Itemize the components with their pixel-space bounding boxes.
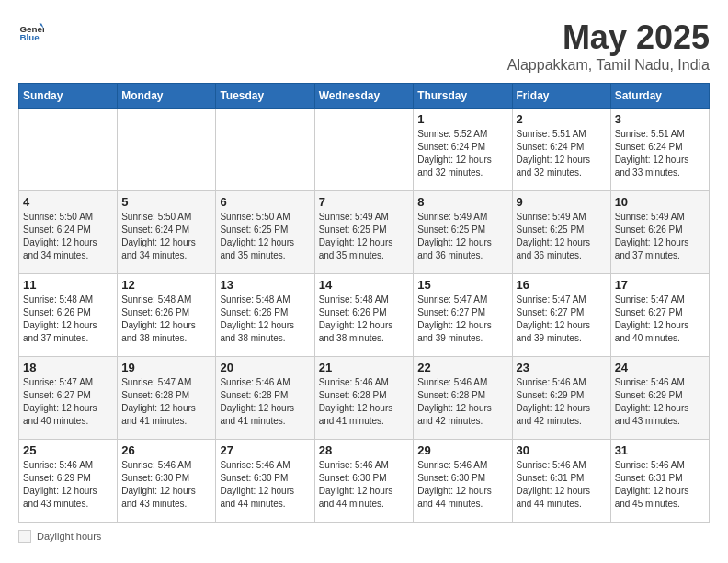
calendar-cell — [19, 109, 118, 191]
day-number: 15 — [417, 278, 507, 292]
week-row-4: 18Sunrise: 5:47 AM Sunset: 6:27 PM Dayli… — [19, 357, 710, 440]
day-number: 24 — [615, 361, 705, 374]
day-number: 21 — [319, 361, 410, 374]
day-info: Sunrise: 5:50 AM Sunset: 6:25 PM Dayligh… — [220, 211, 310, 262]
day-info: Sunrise: 5:52 AM Sunset: 6:24 PM Dayligh… — [417, 128, 507, 179]
calendar-cell: 11Sunrise: 5:48 AM Sunset: 6:26 PM Dayli… — [19, 274, 118, 357]
day-info: Sunrise: 5:50 AM Sunset: 6:24 PM Dayligh… — [23, 211, 113, 262]
day-number: 9 — [517, 195, 607, 209]
day-info: Sunrise: 5:46 AM Sunset: 6:31 PM Dayligh… — [517, 459, 607, 511]
calendar-cell: 20Sunrise: 5:46 AM Sunset: 6:28 PM Dayli… — [216, 357, 314, 440]
day-info: Sunrise: 5:47 AM Sunset: 6:27 PM Dayligh… — [615, 293, 705, 345]
day-info: Sunrise: 5:48 AM Sunset: 6:26 PM Dayligh… — [23, 293, 113, 345]
footer-note: Daylight hours — [18, 530, 710, 543]
weekday-saturday: Saturday — [610, 84, 709, 109]
week-row-2: 4Sunrise: 5:50 AM Sunset: 6:24 PM Daylig… — [19, 191, 710, 274]
calendar-cell: 31Sunrise: 5:46 AM Sunset: 6:31 PM Dayli… — [610, 440, 709, 523]
day-number: 2 — [517, 112, 607, 126]
weekday-friday: Friday — [512, 84, 610, 109]
day-info: Sunrise: 5:48 AM Sunset: 6:26 PM Dayligh… — [319, 293, 410, 345]
calendar-cell: 4Sunrise: 5:50 AM Sunset: 6:24 PM Daylig… — [19, 191, 118, 274]
location-title: Alappakkam, Tamil Nadu, India — [507, 57, 710, 74]
day-number: 20 — [220, 361, 310, 374]
calendar-cell — [118, 109, 216, 191]
calendar-cell: 9Sunrise: 5:49 AM Sunset: 6:25 PM Daylig… — [512, 191, 610, 274]
day-number: 23 — [517, 361, 607, 374]
calendar-cell: 7Sunrise: 5:49 AM Sunset: 6:25 PM Daylig… — [314, 191, 414, 274]
day-number: 13 — [220, 278, 310, 292]
calendar-cell: 3Sunrise: 5:51 AM Sunset: 6:24 PM Daylig… — [610, 109, 709, 191]
weekday-tuesday: Tuesday — [216, 84, 314, 109]
calendar-cell: 16Sunrise: 5:47 AM Sunset: 6:27 PM Dayli… — [512, 274, 610, 357]
weekday-wednesday: Wednesday — [314, 84, 414, 109]
logo-icon: General Blue — [18, 18, 44, 44]
calendar-cell: 30Sunrise: 5:46 AM Sunset: 6:31 PM Dayli… — [512, 440, 610, 523]
weekday-header-row: SundayMondayTuesdayWednesdayThursdayFrid… — [19, 84, 710, 109]
day-info: Sunrise: 5:46 AM Sunset: 6:30 PM Dayligh… — [220, 459, 310, 511]
day-info: Sunrise: 5:48 AM Sunset: 6:26 PM Dayligh… — [121, 293, 211, 345]
calendar-cell: 21Sunrise: 5:46 AM Sunset: 6:28 PM Dayli… — [314, 357, 414, 440]
day-info: Sunrise: 5:46 AM Sunset: 6:29 PM Dayligh… — [615, 376, 705, 428]
calendar-cell: 24Sunrise: 5:46 AM Sunset: 6:29 PM Dayli… — [610, 357, 709, 440]
calendar-cell: 6Sunrise: 5:50 AM Sunset: 6:25 PM Daylig… — [216, 191, 314, 274]
day-number: 18 — [23, 361, 113, 374]
day-number: 8 — [417, 195, 507, 209]
calendar-cell: 29Sunrise: 5:46 AM Sunset: 6:30 PM Dayli… — [414, 440, 512, 523]
day-number: 4 — [23, 195, 113, 209]
calendar-cell: 15Sunrise: 5:47 AM Sunset: 6:27 PM Dayli… — [414, 274, 512, 357]
day-info: Sunrise: 5:48 AM Sunset: 6:26 PM Dayligh… — [220, 293, 310, 345]
day-number: 27 — [220, 443, 310, 457]
day-number: 31 — [615, 443, 705, 457]
day-info: Sunrise: 5:46 AM Sunset: 6:28 PM Dayligh… — [319, 376, 410, 428]
day-info: Sunrise: 5:47 AM Sunset: 6:27 PM Dayligh… — [517, 293, 607, 345]
day-info: Sunrise: 5:46 AM Sunset: 6:28 PM Dayligh… — [220, 376, 310, 428]
day-number: 5 — [121, 195, 211, 209]
calendar-cell: 8Sunrise: 5:49 AM Sunset: 6:25 PM Daylig… — [414, 191, 512, 274]
calendar-cell: 10Sunrise: 5:49 AM Sunset: 6:26 PM Dayli… — [610, 191, 709, 274]
day-number: 26 — [121, 443, 211, 457]
calendar-cell: 23Sunrise: 5:46 AM Sunset: 6:29 PM Dayli… — [512, 357, 610, 440]
day-info: Sunrise: 5:51 AM Sunset: 6:24 PM Dayligh… — [615, 128, 705, 179]
calendar-cell: 13Sunrise: 5:48 AM Sunset: 6:26 PM Dayli… — [216, 274, 314, 357]
day-number: 22 — [417, 361, 507, 374]
day-info: Sunrise: 5:46 AM Sunset: 6:30 PM Dayligh… — [319, 459, 410, 511]
day-info: Sunrise: 5:46 AM Sunset: 6:30 PM Dayligh… — [417, 459, 507, 511]
day-number: 12 — [121, 278, 211, 292]
week-row-3: 11Sunrise: 5:48 AM Sunset: 6:26 PM Dayli… — [19, 274, 710, 357]
month-title: May 2025 — [507, 18, 710, 57]
svg-text:Blue: Blue — [19, 32, 40, 42]
calendar-cell: 28Sunrise: 5:46 AM Sunset: 6:30 PM Dayli… — [314, 440, 414, 523]
day-number: 6 — [220, 195, 310, 209]
calendar-cell — [314, 109, 414, 191]
daylight-label: Daylight hours — [37, 531, 101, 542]
calendar-cell: 17Sunrise: 5:47 AM Sunset: 6:27 PM Dayli… — [610, 274, 709, 357]
daylight-swatch — [18, 530, 31, 543]
calendar-cell — [216, 109, 314, 191]
day-info: Sunrise: 5:51 AM Sunset: 6:24 PM Dayligh… — [517, 128, 607, 179]
page-header: General Blue May 2025 Alappakkam, Tamil … — [18, 18, 710, 74]
calendar-cell: 1Sunrise: 5:52 AM Sunset: 6:24 PM Daylig… — [414, 109, 512, 191]
week-row-1: 1Sunrise: 5:52 AM Sunset: 6:24 PM Daylig… — [19, 109, 710, 191]
day-info: Sunrise: 5:50 AM Sunset: 6:24 PM Dayligh… — [121, 211, 211, 262]
day-number: 17 — [615, 278, 705, 292]
day-info: Sunrise: 5:49 AM Sunset: 6:25 PM Dayligh… — [517, 211, 607, 262]
calendar-cell: 14Sunrise: 5:48 AM Sunset: 6:26 PM Dayli… — [314, 274, 414, 357]
calendar-cell: 27Sunrise: 5:46 AM Sunset: 6:30 PM Dayli… — [216, 440, 314, 523]
calendar-cell: 19Sunrise: 5:47 AM Sunset: 6:28 PM Dayli… — [118, 357, 216, 440]
day-info: Sunrise: 5:46 AM Sunset: 6:30 PM Dayligh… — [121, 459, 211, 511]
day-info: Sunrise: 5:47 AM Sunset: 6:28 PM Dayligh… — [121, 376, 211, 428]
calendar-cell: 22Sunrise: 5:46 AM Sunset: 6:28 PM Dayli… — [414, 357, 512, 440]
day-number: 30 — [517, 443, 607, 457]
day-info: Sunrise: 5:46 AM Sunset: 6:28 PM Dayligh… — [417, 376, 507, 428]
day-number: 11 — [23, 278, 113, 292]
calendar-table: SundayMondayTuesdayWednesdayThursdayFrid… — [18, 83, 710, 523]
day-info: Sunrise: 5:49 AM Sunset: 6:26 PM Dayligh… — [615, 211, 705, 262]
day-info: Sunrise: 5:46 AM Sunset: 6:31 PM Dayligh… — [615, 459, 705, 511]
logo: General Blue — [18, 18, 44, 44]
calendar-cell: 2Sunrise: 5:51 AM Sunset: 6:24 PM Daylig… — [512, 109, 610, 191]
day-number: 19 — [121, 361, 211, 374]
day-number: 16 — [517, 278, 607, 292]
day-number: 29 — [417, 443, 507, 457]
day-number: 10 — [615, 195, 705, 209]
day-number: 28 — [319, 443, 410, 457]
